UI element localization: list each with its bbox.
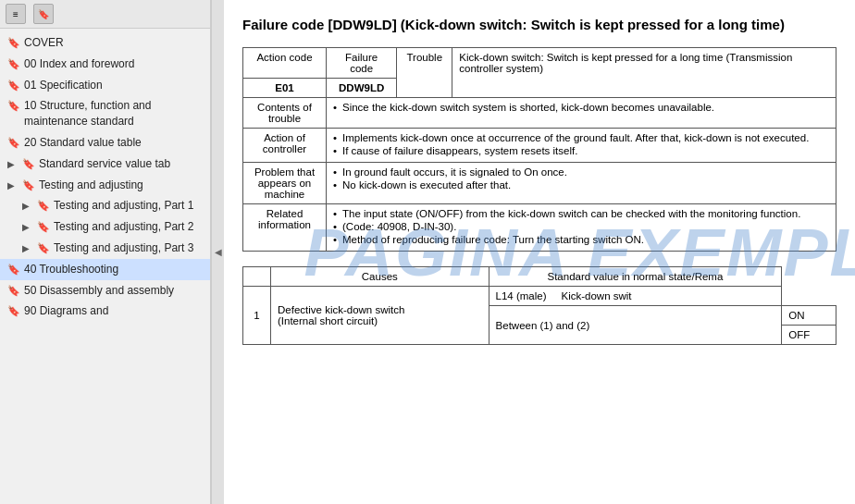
content-item: If cause of failure disappears, system r… bbox=[333, 145, 829, 156]
sidebar-item-40-trouble[interactable]: 🔖40 Troubleshooting bbox=[0, 259, 210, 280]
sidebar-item-standard-service[interactable]: ▶🔖Standard service value tab bbox=[0, 154, 210, 175]
cause-text: Defective kick-down switch(Internal shor… bbox=[271, 287, 489, 345]
sidebar-item-10-structure[interactable]: 🔖10 Structure, function and maintenance … bbox=[0, 95, 210, 132]
bookmark-icon-90-diagrams: 🔖 bbox=[7, 304, 20, 318]
main-content: Failure code [DDW9LD] (Kick-down switch:… bbox=[224, 0, 855, 504]
bookmark-toolbar-icon[interactable]: 🔖 bbox=[33, 4, 54, 24]
sidebar-toolbar: ≡ 🔖 bbox=[0, 0, 210, 29]
bookmark-icon-20-standard: 🔖 bbox=[7, 136, 20, 150]
sidebar-label-testing-p3: Testing and adjusting, Part 3 bbox=[54, 240, 204, 256]
causes-header: Causes bbox=[271, 267, 489, 287]
info-row-1: Action of controllerImplements kick-down… bbox=[243, 129, 836, 163]
sidebar-item-50-disassembly[interactable]: 🔖50 Disassembly and assembly bbox=[0, 280, 210, 301]
info-label-3: Related information bbox=[243, 204, 327, 252]
sidebar-label-00-index: 00 Index and foreword bbox=[24, 56, 204, 72]
sidebar-item-testing-p1[interactable]: ▶🔖Testing and adjusting, Part 1 bbox=[0, 195, 210, 216]
info-label-1: Action of controller bbox=[243, 129, 327, 163]
sidebar-label-90-diagrams: 90 Diagrams and bbox=[24, 303, 204, 319]
bookmark-icon-testing-p2: 🔖 bbox=[37, 220, 50, 234]
num-header bbox=[243, 267, 271, 287]
sidebar-label-testing-adjusting: Testing and adjusting bbox=[39, 178, 204, 193]
expander-icon-testing-p2: ▶ bbox=[22, 221, 33, 234]
info-content-2: In ground fault occurs, it is signaled t… bbox=[327, 163, 836, 204]
sidebar-label-10-structure: 10 Structure, function and maintenance s… bbox=[24, 98, 204, 129]
info-content-1: Implements kick-down once at occurrence … bbox=[327, 129, 836, 163]
sidebar-label-testing-p2: Testing and adjusting, Part 2 bbox=[54, 219, 204, 235]
info-row-0: Contents of troubleSince the kick-down s… bbox=[243, 98, 836, 129]
bookmark-icon-testing-p3: 🔖 bbox=[37, 241, 50, 255]
sidebar-item-90-diagrams[interactable]: 🔖90 Diagrams and bbox=[0, 301, 210, 322]
trouble-desc-cell: Kick-down switch: Switch is kept pressed… bbox=[452, 48, 836, 98]
sidebar-label-20-standard: 20 Standard value table bbox=[24, 135, 204, 151]
failure-code-header: Failure code bbox=[327, 48, 397, 79]
expander-icon-testing-p1: ▶ bbox=[22, 200, 33, 213]
sidebar-label-40-trouble: 40 Troubleshooting bbox=[24, 262, 204, 277]
bookmark-icon-00-index: 🔖 bbox=[7, 57, 20, 71]
bookmark-icon-standard-service: 🔖 bbox=[22, 157, 35, 171]
content-item: No kick-down is executed after that. bbox=[333, 179, 829, 191]
sidebar-item-00-index[interactable]: 🔖00 Index and foreword bbox=[0, 54, 210, 75]
failure-info-table: Action code Failure code Trouble Kick-do… bbox=[242, 47, 836, 252]
action-code-header: Action code bbox=[243, 48, 327, 79]
sidebar-label-01-spec: 01 Specification bbox=[24, 78, 204, 93]
cause-num: 1 bbox=[243, 287, 271, 345]
info-row-2: Problem that appears on machineIn ground… bbox=[243, 163, 836, 204]
bookmark-icon-testing-adjusting: 🔖 bbox=[22, 178, 35, 192]
sidebar-label-testing-p1: Testing and adjusting, Part 1 bbox=[54, 198, 204, 214]
content-item: Since the kick-down switch system is sho… bbox=[333, 102, 829, 113]
bookmark-icon-01-spec: 🔖 bbox=[7, 79, 20, 92]
sidebar-collapse-handle[interactable]: ◀ bbox=[211, 0, 224, 504]
info-content-3: The input state (ON/OFF) from the kick-d… bbox=[327, 204, 836, 252]
sidebar-item-20-standard[interactable]: 🔖20 Standard value table bbox=[0, 132, 210, 154]
sidebar: ≡ 🔖 🔖COVER🔖00 Index and foreword🔖01 Spec… bbox=[0, 0, 211, 504]
sidebar-item-testing-adjusting[interactable]: ▶🔖Testing and adjusting bbox=[0, 175, 210, 196]
bookmark-icon-testing-p1: 🔖 bbox=[37, 199, 50, 213]
bookmark-icon-cover: 🔖 bbox=[7, 36, 20, 50]
cause-row-1: 1 Defective kick-down switch(Internal sh… bbox=[243, 287, 836, 306]
failure-code-value: DDW9LD bbox=[327, 79, 397, 98]
page-title: Failure code [DDW9LD] (Kick-down switch:… bbox=[242, 15, 836, 34]
standard-value-header: Standard value in normal state/Rema bbox=[489, 267, 782, 287]
content-item: (Code: 40908, D-IN-30). bbox=[333, 221, 829, 232]
sidebar-items: 🔖COVER🔖00 Index and foreword🔖01 Specific… bbox=[0, 29, 210, 504]
sidebar-label-50-disassembly: 50 Disassembly and assembly bbox=[24, 283, 204, 299]
info-label-0: Contents of trouble bbox=[243, 98, 327, 129]
sidebar-label-standard-service: Standard service value tab bbox=[39, 156, 204, 172]
info-content-0: Since the kick-down switch system is sho… bbox=[327, 98, 836, 129]
bookmark-icon-50-disassembly: 🔖 bbox=[7, 284, 20, 298]
causes-table: Causes Standard value in normal state/Re… bbox=[242, 266, 836, 345]
trouble-header: Trouble bbox=[397, 48, 452, 98]
bookmark-icon-10-structure: 🔖 bbox=[7, 99, 20, 113]
sidebar-item-01-spec[interactable]: 🔖01 Specification bbox=[0, 75, 210, 96]
sidebar-item-cover[interactable]: 🔖COVER bbox=[0, 32, 210, 54]
info-label-2: Problem that appears on machine bbox=[243, 163, 327, 204]
action-code-value: E01 bbox=[243, 79, 327, 98]
on-value: ON bbox=[782, 306, 836, 326]
off-value: OFF bbox=[782, 326, 836, 345]
content-item: The input state (ON/OFF) from the kick-d… bbox=[333, 208, 829, 219]
check-point-l14: L14 (male) Kick-down swit bbox=[489, 287, 782, 306]
expander-icon-standard-service: ▶ bbox=[7, 158, 19, 171]
sidebar-item-testing-p3[interactable]: ▶🔖Testing and adjusting, Part 3 bbox=[0, 238, 210, 259]
expander-icon-testing-adjusting: ▶ bbox=[7, 179, 19, 192]
content-item: Method of reproducing failure code: Turn… bbox=[333, 234, 829, 245]
sidebar-item-testing-p2[interactable]: ▶🔖Testing and adjusting, Part 2 bbox=[0, 216, 210, 238]
info-row-3: Related informationThe input state (ON/O… bbox=[243, 204, 836, 252]
content-item: In ground fault occurs, it is signaled t… bbox=[333, 166, 829, 178]
sidebar-label-cover: COVER bbox=[24, 35, 204, 51]
bookmark-icon-40-trouble: 🔖 bbox=[7, 263, 20, 277]
menu-icon[interactable]: ≡ bbox=[6, 4, 26, 24]
content-item: Implements kick-down once at occurrence … bbox=[333, 132, 829, 143]
expander-icon-testing-p3: ▶ bbox=[22, 242, 33, 255]
between-label: Between (1) and (2) bbox=[489, 306, 782, 345]
